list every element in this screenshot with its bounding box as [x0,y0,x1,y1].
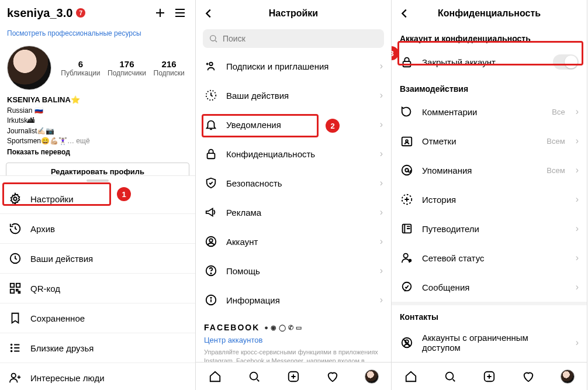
chevron-right-icon: › [576,106,579,117]
chevron-right-icon: › [576,337,579,348]
profile-bio: KSENIYA BALINA⭐ Russian 🇷🇺 Irkutsk🏙 Jour… [0,92,195,163]
menu-close-friends[interactable]: Близкие друзья [0,333,195,363]
menu-label: Близкие друзья [30,343,187,353]
svg-rect-21 [403,61,411,67]
translate-link[interactable]: Показать перевод [7,147,188,157]
row-label: Помощь [226,266,372,276]
chevron-right-icon: › [576,136,579,146]
svg-point-6 [11,347,12,348]
settings-ads[interactable]: Реклама › [196,198,391,227]
privacy-status[interactable]: Сетевой статус › [392,243,587,272]
nav-create[interactable] [286,370,300,384]
bio-more[interactable]: … ещё [67,137,90,145]
chevron-right-icon: › [380,61,383,71]
accounts-center-link[interactable]: Центр аккаунтов [196,333,391,348]
settings-security[interactable]: Безопасность › [196,168,391,198]
tag-icon [400,134,414,148]
svg-point-28 [404,254,408,258]
row-label: Сообщения [422,282,568,292]
nav-home[interactable] [208,370,222,384]
chevron-right-icon: › [380,90,383,101]
nav-search[interactable] [247,370,261,384]
privacy-comments[interactable]: Комментарии Все › [392,97,587,126]
settings-header: Настройки [196,0,391,27]
search-input[interactable] [223,34,378,43]
help-icon [204,264,218,278]
row-label: Уведомления [226,120,372,130]
menu-label: Ваши действия [30,254,187,264]
stat-followers[interactable]: 176 Подписчики [108,59,146,77]
nav-activity[interactable] [326,370,340,384]
privacy-tags[interactable]: Отметки Всем › [392,126,587,156]
privacy-mentions[interactable]: Упоминания Всем › [392,156,587,185]
privacy-guides[interactable]: Путеводители › [392,214,587,243]
settings-follow[interactable]: Подписки и приглашения › [196,51,391,81]
chevron-right-icon: › [380,236,383,247]
chevron-right-icon: › [380,295,383,305]
privacy-title: Конфиденциальность [438,8,541,19]
chevron-right-icon: › [576,253,579,263]
username[interactable]: kseniya_3.0 [7,6,72,20]
contacts-restricted[interactable]: Аккаунты с ограниченным доступом › [392,325,587,360]
stat-posts[interactable]: 6 Публикации [61,59,100,77]
svg-point-7 [11,351,12,352]
story-icon [400,192,414,206]
menu-settings[interactable]: Настройки [0,184,195,213]
nav-search[interactable] [443,370,457,384]
privacy-header: Конфиденциальность [392,0,587,27]
settings-privacy[interactable]: Конфиденциальность › [196,139,391,168]
private-account-row[interactable]: Закрытый аккаунт [392,47,587,77]
row-label: Ваши действия [226,91,372,101]
menu-archive[interactable]: Архив [0,214,195,243]
svg-rect-2 [11,284,14,287]
row-label: Аккаунты с ограниченным доступом [422,333,568,353]
avatar[interactable] [7,46,51,90]
menu-saved[interactable]: Сохраненное [0,303,195,333]
create-button[interactable] [152,5,168,21]
settings-account[interactable]: Аккаунт › [196,227,391,256]
private-toggle[interactable] [553,54,579,70]
svg-point-23 [406,140,408,142]
svg-rect-22 [402,137,412,146]
qr-icon [8,281,22,295]
sheet-handle[interactable] [87,180,109,182]
nav-profile[interactable] [561,370,575,384]
nav-activity[interactable] [521,370,535,384]
menu-discover[interactable]: Интересные люди [0,363,195,390]
row-label: Конфиденциальность [226,149,372,159]
privacy-story[interactable]: История › [392,185,587,214]
notifications-badge[interactable]: 7 [76,8,85,18]
lock-icon [204,147,218,161]
pro-resources-link[interactable]: Посмотреть профессиональные ресурсы [0,26,195,41]
nav-create[interactable] [482,370,496,384]
row-label: Сетевой статус [422,253,568,263]
row-label: Подписки и приглашения [226,61,372,71]
back-button[interactable] [397,6,411,20]
nav-home[interactable] [404,370,418,384]
gear-icon [8,192,22,206]
svg-rect-12 [207,153,215,158]
settings-notifications[interactable]: Уведомления › [196,110,391,139]
lock-icon [400,55,414,69]
bell-icon [204,118,218,132]
privacy-sec1: Аккаунт и конфиденциальность [392,27,587,47]
settings-activity[interactable]: Ваши действия › [196,81,391,110]
privacy-messages[interactable]: Сообщения › [392,272,587,302]
bookmark-icon [8,311,22,325]
info-icon [204,293,218,307]
nav-profile[interactable] [365,370,379,384]
message-icon [400,280,414,294]
menu-qr[interactable]: QR-код [0,274,195,303]
menu-button[interactable] [172,5,188,21]
comment-icon [400,105,414,119]
activity-icon [204,88,218,102]
settings-help[interactable]: Помощь › [196,256,391,285]
back-button[interactable] [202,6,216,20]
chevron-right-icon: › [380,178,383,188]
menu-activity[interactable]: Ваши действия [0,244,195,273]
svg-point-14 [209,239,213,242]
settings-about[interactable]: Информация › [196,285,391,315]
menu-label: Архив [30,224,187,234]
search-field[interactable] [203,29,384,48]
stat-following[interactable]: 216 Подписки [154,59,185,77]
